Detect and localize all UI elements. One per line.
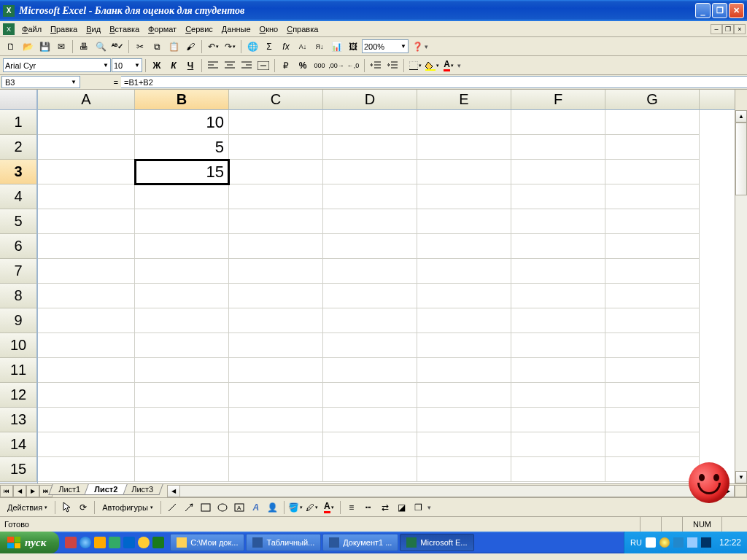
menu-справка[interactable]: Справка — [282, 23, 322, 35]
cell-B14[interactable] — [135, 432, 229, 457]
line-style-button[interactable]: ≡ — [344, 499, 360, 516]
cell-A15[interactable] — [38, 457, 135, 482]
cell-D5[interactable] — [323, 209, 417, 234]
zoom-combo[interactable]: 200%▼ — [362, 39, 409, 53]
underline-button[interactable]: Ч — [182, 58, 198, 74]
paste-button[interactable]: 📋 — [166, 39, 182, 55]
fill-color-button[interactable] — [424, 58, 440, 74]
cell-C7[interactable] — [229, 259, 323, 284]
column-header-B[interactable]: B — [135, 90, 229, 109]
menu-файл[interactable]: Файл — [18, 23, 46, 35]
cell-E14[interactable] — [417, 432, 511, 457]
taskbar-button[interactable]: Microsoft E... — [400, 534, 473, 551]
cell-D11[interactable] — [323, 358, 417, 383]
print-preview-button[interactable]: 🔍 — [93, 39, 109, 55]
hyperlink-button[interactable]: 🌐 — [244, 39, 260, 55]
mdi-restore[interactable]: ❐ — [722, 24, 734, 34]
cell-A13[interactable] — [38, 408, 135, 432]
cell-G5[interactable] — [605, 209, 700, 234]
cell-E15[interactable] — [417, 457, 511, 482]
row-header-9[interactable]: 9 — [0, 308, 37, 333]
cell-E1[interactable] — [417, 110, 511, 135]
cell-F12[interactable] — [511, 383, 605, 408]
cell-A3[interactable] — [38, 160, 135, 184]
cell-D8[interactable] — [323, 284, 417, 308]
cell-G7[interactable] — [605, 259, 700, 284]
cell-G2[interactable] — [605, 135, 700, 160]
line-button[interactable] — [164, 499, 180, 516]
maximize-button[interactable]: ❐ — [712, 3, 727, 18]
cell-B1[interactable]: 10 — [135, 110, 229, 135]
cell-F5[interactable] — [511, 209, 605, 234]
cell-E3[interactable] — [417, 160, 511, 184]
cell-F10[interactable] — [511, 333, 605, 358]
redo-button[interactable]: ↷ — [222, 39, 238, 55]
name-box[interactable]: B3▼ — [1, 76, 80, 88]
line-color-button[interactable]: 🖊 — [304, 499, 320, 516]
cell-E5[interactable] — [417, 209, 511, 234]
cell-G4[interactable] — [605, 184, 700, 209]
column-header-E[interactable]: E — [417, 90, 511, 109]
row-header-3[interactable]: 3 — [0, 160, 37, 184]
align-center-button[interactable] — [222, 58, 238, 74]
textbox-button[interactable]: A — [231, 499, 247, 516]
cell-D13[interactable] — [323, 408, 417, 432]
cell-D10[interactable] — [323, 333, 417, 358]
menu-вид[interactable]: Вид — [82, 23, 105, 35]
tray-icon[interactable] — [687, 537, 697, 548]
tab-nav-next[interactable]: ▶ — [26, 485, 39, 497]
cell-B2[interactable]: 5 — [135, 135, 229, 160]
cell-F9[interactable] — [511, 308, 605, 333]
cell-G13[interactable] — [605, 408, 700, 432]
cell-A5[interactable] — [38, 209, 135, 234]
taskbar-button[interactable]: Табличный... — [246, 534, 321, 551]
cell-D4[interactable] — [323, 184, 417, 209]
language-indicator[interactable]: RU — [630, 538, 642, 547]
cell-F13[interactable] — [511, 408, 605, 432]
currency-button[interactable]: ₽ — [278, 58, 294, 74]
taskbar-button[interactable]: С:\Мои док... — [170, 534, 244, 551]
cell-C15[interactable] — [229, 457, 323, 482]
cell-B11[interactable] — [135, 358, 229, 383]
cell-G8[interactable] — [605, 284, 700, 308]
ql-icon[interactable] — [80, 537, 91, 548]
cut-button[interactable]: ✂ — [132, 39, 148, 55]
cell-C1[interactable] — [229, 110, 323, 135]
cell-F2[interactable] — [511, 135, 605, 160]
cell-D7[interactable] — [323, 259, 417, 284]
cell-E4[interactable] — [417, 184, 511, 209]
row-header-8[interactable]: 8 — [0, 284, 37, 308]
undo-button[interactable]: ↶ — [205, 39, 221, 55]
sort-desc-button[interactable]: Я↓ — [311, 39, 328, 55]
cell-C11[interactable] — [229, 358, 323, 383]
vertical-scrollbar[interactable]: ▲ ▼ — [735, 90, 747, 483]
select-objects-button[interactable] — [58, 499, 74, 516]
cell-D6[interactable] — [323, 234, 417, 259]
cell-D2[interactable] — [323, 135, 417, 160]
column-header-F[interactable]: F — [511, 90, 605, 109]
cell-C6[interactable] — [229, 234, 323, 259]
cell-D14[interactable] — [323, 432, 417, 457]
open-button[interactable]: 📂 — [20, 39, 36, 55]
cell-A14[interactable] — [38, 432, 135, 457]
cell-F14[interactable] — [511, 432, 605, 457]
cell-B7[interactable] — [135, 259, 229, 284]
column-header-A[interactable]: A — [38, 90, 135, 109]
decrease-indent-button[interactable] — [368, 58, 384, 74]
align-right-button[interactable] — [239, 58, 255, 74]
tray-icon[interactable] — [701, 537, 711, 548]
cell-B9[interactable] — [135, 308, 229, 333]
italic-button[interactable]: К — [166, 58, 182, 74]
font-size-combo[interactable]: 10▼ — [112, 58, 142, 72]
ql-icon[interactable] — [94, 537, 106, 548]
ql-icon[interactable] — [152, 537, 164, 548]
sheet-tab-Лист3[interactable]: Лист3 — [121, 484, 163, 495]
row-header-5[interactable]: 5 — [0, 209, 37, 234]
row-header-4[interactable]: 4 — [0, 184, 37, 209]
cell-C3[interactable] — [229, 160, 323, 184]
cell-F1[interactable] — [511, 110, 605, 135]
cell-G3[interactable] — [605, 160, 700, 184]
chart-button[interactable]: 📊 — [328, 39, 344, 55]
menu-формат[interactable]: Формат — [144, 23, 181, 35]
cell-E2[interactable] — [417, 135, 511, 160]
